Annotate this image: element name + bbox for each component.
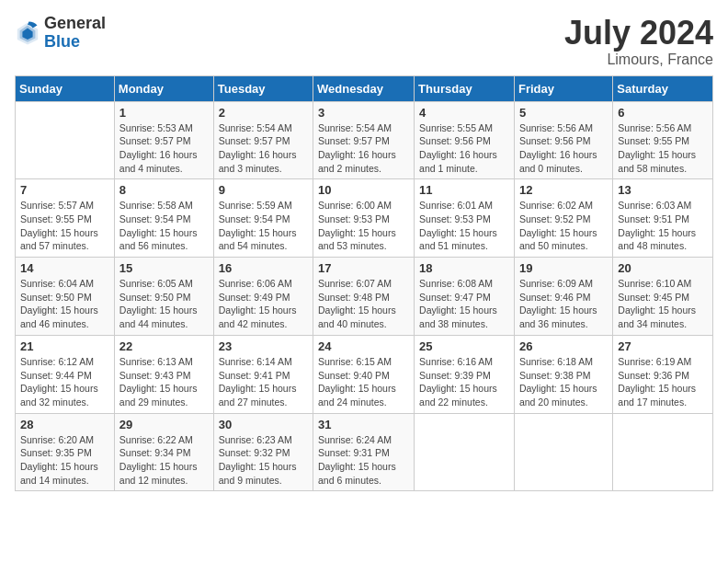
calendar-cell: 18Sunrise: 6:08 AM Sunset: 9:47 PM Dayli… (415, 258, 515, 336)
day-number: 24 (318, 339, 409, 353)
calendar-cell: 14Sunrise: 6:04 AM Sunset: 9:50 PM Dayli… (16, 258, 115, 336)
day-number: 29 (119, 418, 209, 431)
day-number: 5 (519, 106, 608, 120)
day-detail: Sunrise: 6:05 AM Sunset: 9:50 PM Dayligh… (119, 277, 209, 331)
calendar-week-row: 1Sunrise: 5:53 AM Sunset: 9:57 PM Daylig… (16, 101, 713, 179)
calendar-cell: 7Sunrise: 5:57 AM Sunset: 9:55 PM Daylig… (16, 179, 115, 258)
header-saturday: Saturday (613, 75, 713, 101)
calendar-cell: 31Sunrise: 6:24 AM Sunset: 9:31 PM Dayli… (313, 413, 415, 491)
calendar-cell: 3Sunrise: 5:54 AM Sunset: 9:57 PM Daylig… (313, 101, 415, 179)
logo-icon (15, 20, 40, 46)
day-number: 15 (119, 261, 209, 275)
day-number: 2 (219, 106, 308, 120)
day-detail: Sunrise: 5:54 AM Sunset: 9:57 PM Dayligh… (219, 121, 308, 176)
calendar-week-row: 21Sunrise: 6:12 AM Sunset: 9:44 PM Dayli… (16, 335, 713, 413)
day-detail: Sunrise: 6:02 AM Sunset: 9:52 PM Dayligh… (519, 199, 608, 253)
calendar-header-row: Sunday Monday Tuesday Wednesday Thursday… (16, 75, 713, 101)
day-detail: Sunrise: 6:00 AM Sunset: 9:53 PM Dayligh… (318, 199, 409, 253)
day-number: 14 (20, 261, 109, 275)
day-number: 27 (618, 339, 708, 353)
day-detail: Sunrise: 5:56 AM Sunset: 9:56 PM Dayligh… (519, 121, 608, 176)
calendar-cell: 6Sunrise: 5:56 AM Sunset: 9:55 PM Daylig… (613, 101, 713, 179)
header-sunday: Sunday (16, 75, 115, 101)
day-detail: Sunrise: 6:23 AM Sunset: 9:32 PM Dayligh… (219, 433, 308, 488)
day-detail: Sunrise: 6:22 AM Sunset: 9:34 PM Dayligh… (119, 433, 209, 488)
month-year-title: July 2024 (564, 15, 713, 52)
day-detail: Sunrise: 6:09 AM Sunset: 9:46 PM Dayligh… (519, 277, 608, 331)
day-number: 20 (618, 261, 708, 275)
day-number: 12 (519, 183, 608, 197)
day-number: 25 (419, 339, 509, 353)
day-number: 11 (419, 183, 509, 197)
calendar-week-row: 28Sunrise: 6:20 AM Sunset: 9:35 PM Dayli… (16, 413, 713, 491)
calendar-cell: 9Sunrise: 5:59 AM Sunset: 9:54 PM Daylig… (213, 179, 313, 258)
day-detail: Sunrise: 6:15 AM Sunset: 9:40 PM Dayligh… (318, 355, 409, 409)
calendar-cell: 25Sunrise: 6:16 AM Sunset: 9:39 PM Dayli… (415, 335, 515, 413)
day-number: 28 (20, 418, 109, 431)
calendar-cell: 1Sunrise: 5:53 AM Sunset: 9:57 PM Daylig… (114, 101, 213, 179)
calendar-cell: 2Sunrise: 5:54 AM Sunset: 9:57 PM Daylig… (213, 101, 313, 179)
day-number: 30 (219, 418, 308, 431)
day-detail: Sunrise: 5:56 AM Sunset: 9:55 PM Dayligh… (618, 121, 708, 176)
calendar-cell: 8Sunrise: 5:58 AM Sunset: 9:54 PM Daylig… (114, 179, 213, 258)
calendar-cell: 28Sunrise: 6:20 AM Sunset: 9:35 PM Dayli… (16, 413, 115, 491)
calendar-cell: 15Sunrise: 6:05 AM Sunset: 9:50 PM Dayli… (114, 258, 213, 336)
location-subtitle: Limours, France (564, 52, 713, 68)
day-detail: Sunrise: 6:19 AM Sunset: 9:36 PM Dayligh… (618, 355, 708, 409)
day-detail: Sunrise: 5:59 AM Sunset: 9:54 PM Dayligh… (219, 199, 308, 253)
calendar-cell (16, 101, 115, 179)
calendar-cell: 23Sunrise: 6:14 AM Sunset: 9:41 PM Dayli… (213, 335, 313, 413)
day-detail: Sunrise: 5:55 AM Sunset: 9:56 PM Dayligh… (419, 121, 509, 176)
header-friday: Friday (514, 75, 612, 101)
day-detail: Sunrise: 6:08 AM Sunset: 9:47 PM Dayligh… (419, 277, 509, 331)
day-detail: Sunrise: 5:54 AM Sunset: 9:57 PM Dayligh… (318, 121, 409, 176)
day-detail: Sunrise: 6:12 AM Sunset: 9:44 PM Dayligh… (20, 355, 109, 409)
day-detail: Sunrise: 6:06 AM Sunset: 9:49 PM Dayligh… (219, 277, 308, 331)
calendar-cell: 5Sunrise: 5:56 AM Sunset: 9:56 PM Daylig… (514, 101, 612, 179)
day-detail: Sunrise: 6:16 AM Sunset: 9:39 PM Dayligh… (419, 355, 509, 409)
calendar-cell: 11Sunrise: 6:01 AM Sunset: 9:53 PM Dayli… (415, 179, 515, 258)
calendar-cell: 13Sunrise: 6:03 AM Sunset: 9:51 PM Dayli… (613, 179, 713, 258)
logo-general: General (44, 15, 106, 33)
calendar-table: Sunday Monday Tuesday Wednesday Thursday… (15, 75, 713, 492)
day-detail: Sunrise: 6:07 AM Sunset: 9:48 PM Dayligh… (318, 277, 409, 331)
day-detail: Sunrise: 5:53 AM Sunset: 9:57 PM Dayligh… (119, 121, 209, 176)
header-wednesday: Wednesday (313, 75, 415, 101)
day-detail: Sunrise: 6:01 AM Sunset: 9:53 PM Dayligh… (419, 199, 509, 253)
calendar-cell: 30Sunrise: 6:23 AM Sunset: 9:32 PM Dayli… (213, 413, 313, 491)
day-detail: Sunrise: 5:58 AM Sunset: 9:54 PM Dayligh… (119, 199, 209, 253)
calendar-cell: 26Sunrise: 6:18 AM Sunset: 9:38 PM Dayli… (514, 335, 612, 413)
day-number: 7 (20, 183, 109, 197)
day-detail: Sunrise: 6:13 AM Sunset: 9:43 PM Dayligh… (119, 355, 209, 409)
calendar-cell: 19Sunrise: 6:09 AM Sunset: 9:46 PM Dayli… (514, 258, 612, 336)
day-number: 10 (318, 183, 409, 197)
day-number: 17 (318, 261, 409, 275)
day-number: 31 (318, 418, 409, 431)
calendar-cell: 22Sunrise: 6:13 AM Sunset: 9:43 PM Dayli… (114, 335, 213, 413)
calendar-cell: 21Sunrise: 6:12 AM Sunset: 9:44 PM Dayli… (16, 335, 115, 413)
calendar-cell (415, 413, 515, 491)
calendar-cell: 4Sunrise: 5:55 AM Sunset: 9:56 PM Daylig… (415, 101, 515, 179)
day-number: 4 (419, 106, 509, 120)
header-tuesday: Tuesday (213, 75, 313, 101)
day-number: 9 (219, 183, 308, 197)
day-detail: Sunrise: 6:14 AM Sunset: 9:41 PM Dayligh… (219, 355, 308, 409)
header-thursday: Thursday (415, 75, 515, 101)
calendar-week-row: 7Sunrise: 5:57 AM Sunset: 9:55 PM Daylig… (16, 179, 713, 258)
day-number: 18 (419, 261, 509, 275)
day-detail: Sunrise: 6:24 AM Sunset: 9:31 PM Dayligh… (318, 433, 409, 488)
day-number: 1 (119, 106, 209, 120)
day-detail: Sunrise: 6:18 AM Sunset: 9:38 PM Dayligh… (519, 355, 608, 409)
day-number: 13 (618, 183, 708, 197)
calendar-week-row: 14Sunrise: 6:04 AM Sunset: 9:50 PM Dayli… (16, 258, 713, 336)
day-detail: Sunrise: 6:03 AM Sunset: 9:51 PM Dayligh… (618, 199, 708, 253)
day-number: 6 (618, 106, 708, 120)
day-number: 22 (119, 339, 209, 353)
logo: General Blue (15, 15, 106, 52)
day-detail: Sunrise: 5:57 AM Sunset: 9:55 PM Dayligh… (20, 199, 109, 253)
calendar-cell (613, 413, 713, 491)
day-number: 19 (519, 261, 608, 275)
calendar-body: 1Sunrise: 5:53 AM Sunset: 9:57 PM Daylig… (16, 101, 713, 491)
calendar-cell: 16Sunrise: 6:06 AM Sunset: 9:49 PM Dayli… (213, 258, 313, 336)
calendar-cell: 27Sunrise: 6:19 AM Sunset: 9:36 PM Dayli… (613, 335, 713, 413)
